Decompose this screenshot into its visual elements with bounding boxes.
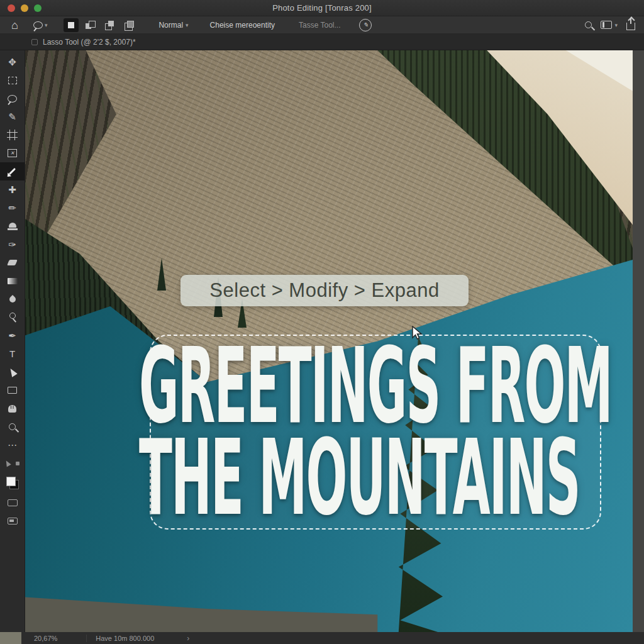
minimize-window-button[interactable] [21,4,28,12]
home-icon[interactable]: ⌂ [11,19,18,31]
marching-ants-selection: GREETINGS FROM THE MOUNTAINS [150,335,601,530]
zoom-level-field[interactable]: 20,67% [34,635,57,642]
eraser-icon [7,260,18,265]
headline-text: GREETINGS FROM THE MOUNTAINS [25,340,633,524]
window-controls [8,4,42,12]
zoom-window-button[interactable] [34,4,42,12]
new-selection-mode-button[interactable] [64,18,79,32]
photo-small-tree [157,258,166,291]
edit-toolbar-button[interactable]: ⋯ [0,436,25,454]
pen-icon: ✒ [8,330,16,341]
type-tool-button[interactable]: T [0,345,25,363]
eyedropper-icon [9,168,16,175]
pen-tool-button[interactable]: ✒ [0,326,25,345]
chevron-down-icon: ▾ [45,22,48,28]
intersect-selection-mode-button[interactable] [122,18,137,32]
blend-mode-value: Normal [158,21,183,30]
hand-icon [8,405,16,413]
chevron-down-icon: ▾ [186,22,189,28]
workspace-switcher[interactable]: ▾ [601,21,618,29]
window-edge-strip [633,50,644,632]
image-canvas[interactable]: Select > Modify > Expand GREETINGS FROM … [25,50,633,632]
tool-options-button[interactable]: Tasse Tool... [299,21,340,30]
tool-options-bar: ⌂ ▾ Normal ▾ Cheise mereoentity Tasse To… [0,16,644,34]
healing-brush-tool-button[interactable]: ✚ [0,180,25,199]
mini-tools-row [0,454,25,472]
screen-mode-icon [8,518,18,525]
blend-mode-dropdown[interactable]: Normal ▾ [158,21,188,30]
crop-tool-button[interactable] [0,126,25,144]
frame-x-glyph: ✕ [10,150,14,156]
clone-stamp-icon [9,223,16,228]
status-corner-block [0,632,21,644]
zoom-tool-button[interactable] [0,418,25,436]
dodge-icon [9,313,16,319]
eraser-tool-button[interactable] [0,253,25,272]
brush-icon: ✏ [8,203,16,214]
magnifier-icon [9,423,16,430]
history-brush-icon: ✑ [8,239,16,250]
blur-tool-button[interactable] [0,290,25,308]
marquee-icon [8,77,17,84]
status-chevron[interactable]: › [187,634,189,643]
workspace-layout-icon [601,21,612,29]
refine-option-label[interactable]: Cheise mereoentity [210,21,275,30]
title-bar: Photo Editing [Tonras 200] [0,0,644,16]
move-icon: ✥ [8,57,16,68]
quick-selection-icon: ✎ [8,111,16,123]
history-brush-tool-button[interactable]: ✑ [0,235,25,253]
rectangle-icon [8,387,17,394]
dodge-tool-button[interactable] [0,308,25,326]
share-export-icon[interactable] [626,23,635,30]
direct-selection-tool-button[interactable] [0,363,25,381]
quick-selection-tool-button[interactable]: ✎ [0,108,25,126]
ellipsis-icon: ⋯ [8,440,17,451]
color-swatches-control[interactable] [0,472,25,494]
gradient-tool-button[interactable] [0,272,25,290]
edit-circle-icon[interactable]: ✎ [359,19,372,31]
lasso-icon [33,21,43,29]
document-tab-title[interactable]: Lasso Tool (@ 2'2 $, 2007)* [43,38,136,47]
document-tab-bar: Lasso Tool (@ 2'2 $, 2007)* [0,34,644,50]
type-tool-icon: T [9,348,15,359]
window-title: Photo Editing [Tonras 200] [272,3,372,13]
pencil-icon: ✎ [363,21,368,28]
hand-tool-button[interactable] [0,399,25,418]
marquee-tool-button[interactable] [0,71,25,89]
document-icon [31,39,38,45]
gradient-icon [8,278,18,284]
search-icon[interactable] [585,21,592,28]
frame-tool-button[interactable]: ✕ [0,144,25,162]
clone-stamp-tool-button[interactable] [0,217,25,235]
add-to-selection-mode-button[interactable] [83,18,98,32]
healing-brush-icon: ✚ [8,184,16,196]
subtract-from-selection-mode-button[interactable] [103,18,118,32]
photo-editor-window: Photo Editing [Tonras 200] ⌂ ▾ Normal ▾ … [0,0,644,644]
options-bar-right: ▾ [585,20,635,30]
chevron-down-icon: ▾ [614,22,618,28]
mini-tools [5,460,19,466]
mini-pointer-icon[interactable] [4,460,11,467]
quick-mask-button[interactable] [0,494,25,512]
move-tool-button[interactable]: ✥ [0,53,25,71]
active-tool-dropdown[interactable]: ▾ [33,21,48,29]
mini-swatch-icon[interactable] [16,462,19,465]
close-window-button[interactable] [8,4,15,12]
blur-drop-icon [8,294,16,303]
lasso-tool-button[interactable] [0,89,25,108]
document-info[interactable]: Have 10m 800.000 [86,635,154,642]
eyedropper-tool-button[interactable] [0,162,25,180]
screen-mode-button[interactable] [0,512,25,530]
quick-mask-icon [8,499,18,506]
lasso-icon [8,95,17,103]
brush-tool-button[interactable]: ✏ [0,199,25,217]
selection-mode-group [64,18,137,32]
mouse-cursor-icon [410,326,424,342]
status-bar: 20,67% Have 10m 800.000 › [0,632,644,644]
selection-arrow-icon [8,367,17,377]
frame-icon: ✕ [8,149,17,157]
foreground-background-swatch-icon [6,477,19,489]
rectangle-tool-button[interactable] [0,381,25,399]
headline-line-2: THE MOUNTAINS [139,432,612,524]
tools-panel: ✥ ✎ ✕ ✚ ✏ ✑ ✒ T ⋯ [0,50,25,632]
